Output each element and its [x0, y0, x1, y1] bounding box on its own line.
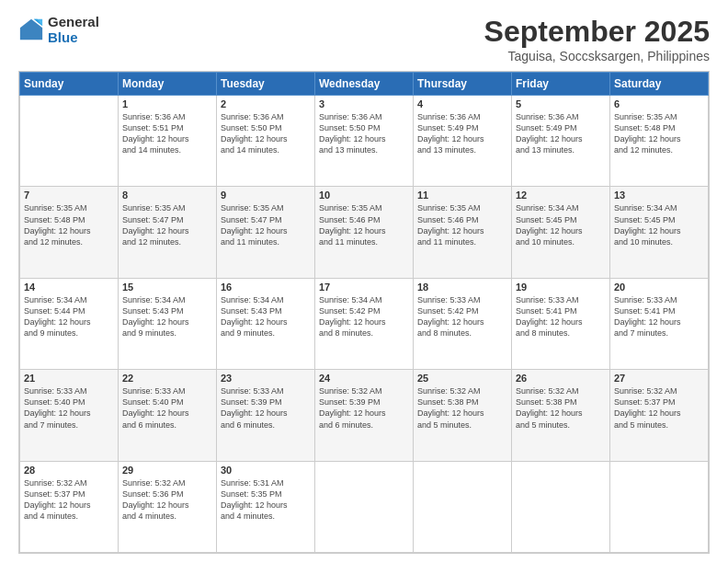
day-number: 2: [221, 98, 311, 109]
location: Taguisa, Soccsksargen, Philippines: [484, 49, 710, 63]
calendar-week-row: 28Sunrise: 5:32 AMSunset: 5:37 PMDayligh…: [20, 461, 709, 552]
day-info: Sunrise: 5:35 AMSunset: 5:47 PMDaylight:…: [122, 202, 212, 247]
logo-blue-label: Blue: [48, 30, 99, 46]
day-info: Sunrise: 5:34 AMSunset: 5:42 PMDaylight:…: [319, 294, 409, 339]
day-info: Sunrise: 5:32 AMSunset: 5:38 PMDaylight:…: [516, 385, 606, 431]
day-number: 16: [221, 282, 311, 293]
month-title: September 2025: [484, 15, 710, 49]
calendar-week-row: 1Sunrise: 5:36 AMSunset: 5:51 PMDaylight…: [20, 96, 709, 187]
table-row: 3Sunrise: 5:36 AMSunset: 5:50 PMDaylight…: [315, 96, 414, 187]
day-number: 25: [417, 373, 507, 384]
table-row: 9Sunrise: 5:35 AMSunset: 5:47 PMDaylight…: [217, 187, 315, 278]
table-row: 8Sunrise: 5:35 AMSunset: 5:47 PMDaylight…: [119, 187, 217, 278]
table-row: 12Sunrise: 5:34 AMSunset: 5:45 PMDayligh…: [512, 187, 610, 278]
day-number: 7: [24, 190, 114, 201]
table-row: 28Sunrise: 5:32 AMSunset: 5:37 PMDayligh…: [20, 461, 119, 552]
day-info: Sunrise: 5:33 AMSunset: 5:41 PMDaylight:…: [516, 294, 606, 339]
day-number: 28: [24, 465, 114, 476]
day-info: Sunrise: 5:35 AMSunset: 5:47 PMDaylight:…: [221, 202, 311, 247]
calendar-header: Sunday Monday Tuesday Wednesday Thursday…: [20, 73, 709, 96]
day-info: Sunrise: 5:33 AMSunset: 5:40 PMDaylight:…: [24, 385, 114, 431]
table-row: 18Sunrise: 5:33 AMSunset: 5:42 PMDayligh…: [414, 278, 512, 369]
table-row: 6Sunrise: 5:35 AMSunset: 5:48 PMDaylight…: [610, 96, 709, 187]
day-number: 22: [122, 373, 212, 384]
day-number: 14: [24, 282, 114, 293]
table-row: 26Sunrise: 5:32 AMSunset: 5:38 PMDayligh…: [512, 370, 610, 461]
day-number: 5: [516, 98, 606, 109]
day-number: 10: [319, 190, 409, 201]
logo-text: General Blue: [48, 15, 99, 45]
day-number: 12: [516, 190, 606, 201]
calendar-table: Sunday Monday Tuesday Wednesday Thursday…: [19, 72, 709, 553]
day-info: Sunrise: 5:35 AMSunset: 5:48 PMDaylight:…: [614, 111, 704, 156]
title-block: September 2025 Taguisa, Soccsksargen, Ph…: [484, 15, 710, 63]
table-row: 27Sunrise: 5:32 AMSunset: 5:37 PMDayligh…: [610, 370, 709, 461]
day-number: 18: [417, 282, 507, 293]
day-number: 8: [122, 190, 212, 201]
day-number: 23: [221, 373, 311, 384]
logo-general-label: General: [48, 15, 99, 30]
day-info: Sunrise: 5:36 AMSunset: 5:51 PMDaylight:…: [122, 111, 212, 156]
calendar: Sunday Monday Tuesday Wednesday Thursday…: [18, 71, 710, 554]
day-info: Sunrise: 5:34 AMSunset: 5:43 PMDaylight:…: [122, 294, 212, 339]
day-info: Sunrise: 5:36 AMSunset: 5:50 PMDaylight:…: [319, 111, 409, 156]
day-info: Sunrise: 5:36 AMSunset: 5:50 PMDaylight:…: [221, 111, 311, 156]
table-row: 16Sunrise: 5:34 AMSunset: 5:43 PMDayligh…: [217, 278, 315, 369]
day-number: 6: [614, 98, 704, 109]
day-number: 17: [319, 282, 409, 293]
logo: General Blue: [18, 15, 99, 45]
table-row: 10Sunrise: 5:35 AMSunset: 5:46 PMDayligh…: [315, 187, 414, 278]
table-row: [414, 461, 512, 552]
table-row: 29Sunrise: 5:32 AMSunset: 5:36 PMDayligh…: [119, 461, 217, 552]
table-row: 17Sunrise: 5:34 AMSunset: 5:42 PMDayligh…: [315, 278, 414, 369]
day-info: Sunrise: 5:34 AMSunset: 5:44 PMDaylight:…: [24, 294, 114, 339]
day-number: 26: [516, 373, 606, 384]
table-row: 11Sunrise: 5:35 AMSunset: 5:46 PMDayligh…: [414, 187, 512, 278]
day-info: Sunrise: 5:33 AMSunset: 5:40 PMDaylight:…: [122, 385, 212, 431]
table-row: 21Sunrise: 5:33 AMSunset: 5:40 PMDayligh…: [20, 370, 119, 461]
table-row: 22Sunrise: 5:33 AMSunset: 5:40 PMDayligh…: [119, 370, 217, 461]
table-row: 25Sunrise: 5:32 AMSunset: 5:38 PMDayligh…: [414, 370, 512, 461]
table-row: 23Sunrise: 5:33 AMSunset: 5:39 PMDayligh…: [217, 370, 315, 461]
table-row: [512, 461, 610, 552]
day-info: Sunrise: 5:33 AMSunset: 5:41 PMDaylight:…: [614, 294, 704, 339]
col-sunday: Sunday: [20, 73, 119, 96]
day-number: 9: [221, 190, 311, 201]
col-friday: Friday: [512, 73, 610, 96]
table-row: 15Sunrise: 5:34 AMSunset: 5:43 PMDayligh…: [119, 278, 217, 369]
day-number: 11: [417, 190, 507, 201]
day-info: Sunrise: 5:33 AMSunset: 5:39 PMDaylight:…: [221, 385, 311, 431]
day-number: 27: [614, 373, 704, 384]
table-row: 7Sunrise: 5:35 AMSunset: 5:48 PMDaylight…: [20, 187, 119, 278]
col-saturday: Saturday: [610, 73, 709, 96]
table-row: 1Sunrise: 5:36 AMSunset: 5:51 PMDaylight…: [119, 96, 217, 187]
table-row: 4Sunrise: 5:36 AMSunset: 5:49 PMDaylight…: [414, 96, 512, 187]
col-tuesday: Tuesday: [217, 73, 315, 96]
day-info: Sunrise: 5:32 AMSunset: 5:39 PMDaylight:…: [319, 385, 409, 431]
day-info: Sunrise: 5:34 AMSunset: 5:43 PMDaylight:…: [221, 294, 311, 339]
day-info: Sunrise: 5:36 AMSunset: 5:49 PMDaylight:…: [417, 111, 507, 156]
day-number: 29: [122, 465, 212, 476]
table-row: 14Sunrise: 5:34 AMSunset: 5:44 PMDayligh…: [20, 278, 119, 369]
day-info: Sunrise: 5:35 AMSunset: 5:46 PMDaylight:…: [319, 202, 409, 247]
day-number: 3: [319, 98, 409, 109]
day-info: Sunrise: 5:36 AMSunset: 5:49 PMDaylight:…: [516, 111, 606, 156]
day-info: Sunrise: 5:33 AMSunset: 5:42 PMDaylight:…: [417, 294, 507, 339]
day-info: Sunrise: 5:34 AMSunset: 5:45 PMDaylight:…: [516, 202, 606, 247]
table-row: 30Sunrise: 5:31 AMSunset: 5:35 PMDayligh…: [217, 461, 315, 552]
day-info: Sunrise: 5:32 AMSunset: 5:37 PMDaylight:…: [614, 385, 704, 431]
table-row: [315, 461, 414, 552]
day-number: 24: [319, 373, 409, 384]
day-number: 19: [516, 282, 606, 293]
weekday-row: Sunday Monday Tuesday Wednesday Thursday…: [20, 73, 709, 96]
day-number: 15: [122, 282, 212, 293]
day-info: Sunrise: 5:35 AMSunset: 5:46 PMDaylight:…: [417, 202, 507, 247]
day-info: Sunrise: 5:31 AMSunset: 5:35 PMDaylight:…: [221, 477, 311, 523]
col-thursday: Thursday: [414, 73, 512, 96]
day-number: 4: [417, 98, 507, 109]
day-info: Sunrise: 5:32 AMSunset: 5:38 PMDaylight:…: [417, 385, 507, 431]
day-info: Sunrise: 5:32 AMSunset: 5:37 PMDaylight:…: [24, 477, 114, 523]
col-monday: Monday: [119, 73, 217, 96]
day-number: 30: [221, 465, 311, 476]
calendar-week-row: 21Sunrise: 5:33 AMSunset: 5:40 PMDayligh…: [20, 370, 709, 461]
